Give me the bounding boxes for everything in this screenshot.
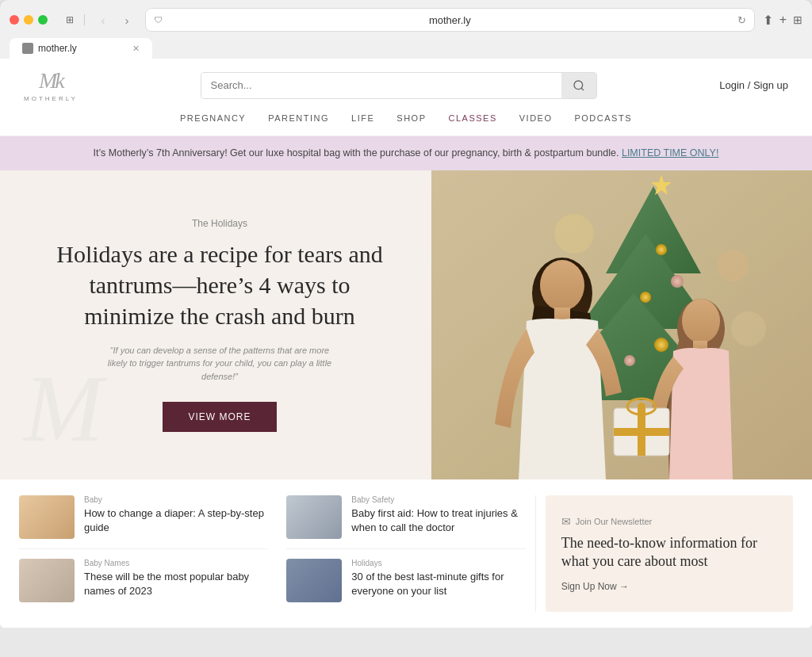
sidebar-toggle-button[interactable]: ⊞ — [60, 12, 79, 28]
hero-title: Holidays are a recipe for tears and tant… — [48, 239, 392, 331]
article-col-1: Baby How to change a diaper: A step-by-s… — [19, 495, 277, 612]
nav-item-classes[interactable]: CLASSES — [448, 113, 496, 123]
reload-icon[interactable]: ↻ — [737, 14, 746, 26]
search-area — [201, 72, 597, 99]
forward-button[interactable]: › — [117, 10, 137, 30]
svg-point-16 — [554, 214, 594, 254]
svg-point-21 — [540, 260, 584, 311]
back-button[interactable]: ‹ — [93, 10, 113, 30]
promo-link[interactable]: LIMITED TIME ONLY! — [622, 147, 718, 159]
logo-icon: Mk — [39, 68, 63, 94]
browser-chrome: ⊞ ‹ › 🛡 mother.ly ↻ ⬆ + ⊞ mother.ly ✕ — [0, 0, 812, 59]
login-link[interactable]: Login / Sign up — [719, 79, 788, 91]
hero-scene-image — [431, 170, 812, 479]
maximize-window-button[interactable] — [38, 15, 48, 25]
newsletter-header-label: Join Our Newsletter — [576, 517, 653, 526]
minimize-window-button[interactable] — [24, 15, 33, 25]
nav-item-video[interactable]: VIDEO — [519, 113, 553, 123]
article-title-names: These will be the most popular baby name… — [84, 570, 267, 598]
svg-point-24 — [682, 299, 720, 343]
svg-point-12 — [654, 338, 668, 352]
article-grid: Baby How to change a diaper: A step-by-s… — [0, 479, 812, 628]
promo-banner: It’s Motherly’s 7th Anniversary! Get our… — [0, 136, 812, 170]
new-tab-icon[interactable]: + — [779, 13, 787, 27]
svg-point-31 — [638, 403, 645, 411]
share-icon[interactable]: ⬆ — [763, 13, 773, 28]
grid-view-icon[interactable]: ⊞ — [793, 13, 802, 26]
url-display: mother.ly — [169, 14, 731, 26]
traffic-lights — [10, 15, 48, 25]
search-button[interactable] — [561, 73, 596, 98]
svg-point-8 — [656, 244, 667, 255]
article-category-holidays: Holidays — [351, 559, 525, 567]
svg-point-0 — [574, 81, 583, 90]
newsletter-col: ✉ Join Our Newsletter The need-to-know i… — [535, 495, 793, 612]
search-icon — [573, 79, 585, 92]
article-title-gifts: 30 of the best last-minute gifts for eve… — [351, 570, 525, 598]
article-thumb-gifts — [286, 559, 342, 602]
main-nav: PREGNANCY PARENTING LIFE SHOP CLASSES VI… — [24, 110, 788, 126]
tab-bar: mother.ly ✕ — [10, 38, 802, 59]
nav-buttons: ‹ › — [93, 10, 137, 30]
logo-text: MOTHERLY — [24, 95, 78, 102]
newsletter-signup-link[interactable]: Sign Up Now → — [561, 581, 777, 592]
security-icon: 🛡 — [154, 15, 163, 25]
hero-category: The Holidays — [48, 218, 392, 229]
article-title-diaper: How to change a diaper: A step-by-step g… — [84, 506, 267, 535]
svg-point-13 — [624, 355, 635, 366]
hero-image-area — [431, 170, 812, 479]
website: Mk MOTHERLY Login / Sign up — [0, 59, 812, 628]
svg-point-10 — [640, 292, 651, 303]
article-item-names[interactable]: Baby Names These will be the most popula… — [19, 559, 267, 612]
hero-section: M The Holidays Holidays are a recipe for… — [0, 170, 812, 479]
search-wrapper — [201, 72, 597, 99]
close-window-button[interactable] — [10, 15, 19, 25]
hero-watermark: M — [24, 354, 103, 464]
promo-text: It’s Motherly’s 7th Anniversary! Get our… — [94, 147, 619, 159]
nav-item-pregnancy[interactable]: PREGNANCY — [180, 113, 246, 123]
newsletter-box: ✉ Join Our Newsletter The need-to-know i… — [546, 495, 793, 612]
envelope-icon: ✉ — [561, 515, 571, 528]
article-category-safety: Baby Safety — [351, 495, 525, 504]
hero-illustration — [431, 170, 812, 479]
address-bar[interactable]: 🛡 mother.ly ↻ — [145, 8, 755, 32]
article-thumb-diaper — [19, 495, 75, 539]
article-item-gifts[interactable]: Holidays 30 of the best last-minute gift… — [286, 559, 525, 612]
nav-item-parenting[interactable]: PARENTING — [268, 113, 329, 123]
active-tab[interactable]: mother.ly ✕ — [10, 38, 152, 59]
nav-item-shop[interactable]: SHOP — [396, 113, 426, 123]
newsletter-header: ✉ Join Our Newsletter — [561, 515, 777, 528]
logo-area[interactable]: Mk MOTHERLY — [24, 68, 78, 102]
tab-close-button[interactable]: ✕ — [132, 44, 140, 54]
hero-cta-button[interactable]: View More — [163, 402, 276, 432]
site-header: Mk MOTHERLY Login / Sign up — [0, 59, 812, 136]
hero-text-area: M The Holidays Holidays are a recipe for… — [0, 170, 431, 479]
article-category-names: Baby Names — [84, 559, 267, 567]
svg-point-19 — [731, 311, 766, 346]
svg-rect-29 — [614, 428, 669, 436]
svg-point-17 — [717, 250, 749, 281]
svg-line-1 — [581, 88, 584, 90]
nav-item-podcasts[interactable]: PODCASTS — [574, 113, 632, 123]
article-item-firstaid[interactable]: Baby Safety Baby first aid: How to treat… — [286, 495, 525, 549]
article-col-2: Baby Safety Baby first aid: How to treat… — [277, 495, 534, 612]
article-category-baby: Baby — [84, 495, 267, 504]
browser-right-controls: ⬆ + ⊞ — [763, 13, 802, 28]
header-top: Mk MOTHERLY Login / Sign up — [24, 68, 788, 102]
window-controls: ⊞ — [60, 12, 85, 28]
article-thumb-names — [19, 559, 75, 602]
hero-quote: “If you can develop a sense of the patte… — [101, 344, 339, 384]
nav-item-life[interactable]: LIFE — [351, 113, 374, 123]
article-title-firstaid: Baby first aid: How to treat injuries & … — [351, 506, 525, 535]
browser-titlebar: ⊞ ‹ › 🛡 mother.ly ↻ ⬆ + ⊞ — [10, 8, 802, 32]
newsletter-title: The need-to-know information for what yo… — [561, 534, 777, 571]
tab-title: mother.ly — [38, 43, 128, 54]
tab-favicon — [22, 43, 33, 54]
article-item-diaper[interactable]: Baby How to change a diaper: A step-by-s… — [19, 495, 267, 549]
svg-point-9 — [671, 275, 684, 288]
search-input[interactable] — [201, 73, 561, 97]
article-thumb-firstaid — [286, 495, 342, 539]
